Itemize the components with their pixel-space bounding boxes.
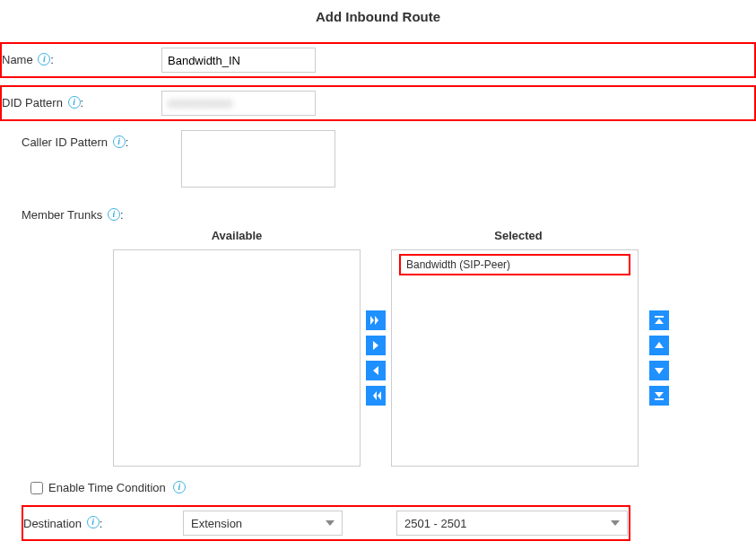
page-title: Add Inbound Route bbox=[0, 9, 756, 24]
destination-label: Destination i: bbox=[23, 517, 183, 530]
selected-listbox[interactable]: Bandwidth (SIP-Peer) bbox=[391, 249, 639, 467]
move-down-button[interactable] bbox=[649, 361, 669, 380]
chevron-down-icon bbox=[611, 520, 620, 526]
remove-all-button[interactable] bbox=[366, 386, 386, 406]
destination-type-select[interactable]: Extension bbox=[183, 511, 343, 536]
info-icon[interactable]: i bbox=[113, 135, 126, 148]
info-icon[interactable]: i bbox=[68, 96, 81, 109]
move-bottom-button[interactable] bbox=[649, 386, 669, 406]
add-all-button[interactable] bbox=[366, 310, 386, 330]
cid-row: Caller ID Pattern i: bbox=[0, 130, 756, 190]
add-button[interactable] bbox=[366, 336, 386, 355]
move-up-button[interactable] bbox=[649, 336, 669, 355]
info-icon[interactable]: i bbox=[173, 481, 186, 493]
available-listbox[interactable] bbox=[113, 249, 361, 467]
cid-input[interactable] bbox=[181, 130, 335, 188]
info-icon[interactable]: i bbox=[87, 516, 100, 528]
available-title: Available bbox=[113, 229, 361, 249]
info-icon[interactable]: i bbox=[38, 53, 50, 65]
remove-button[interactable] bbox=[366, 361, 386, 380]
time-condition-row: Enable Time Condition i bbox=[30, 481, 756, 494]
selected-title: Selected bbox=[395, 229, 642, 249]
name-row: Name i: bbox=[0, 42, 756, 78]
time-condition-checkbox[interactable] bbox=[30, 482, 43, 494]
svg-rect-0 bbox=[655, 316, 664, 318]
did-label: DID Pattern i: bbox=[2, 91, 161, 109]
chevron-down-icon bbox=[326, 520, 335, 526]
info-icon[interactable]: i bbox=[108, 208, 120, 221]
name-label: Name i: bbox=[2, 48, 161, 66]
move-top-button[interactable] bbox=[649, 310, 669, 330]
did-input[interactable]: 0000000000 bbox=[161, 91, 316, 116]
destination-row: Destination i: Extension 2501 - 2501 bbox=[22, 505, 630, 541]
ordering-buttons bbox=[644, 310, 674, 406]
time-condition-label: Enable Time Condition bbox=[48, 481, 166, 494]
svg-rect-1 bbox=[655, 398, 664, 400]
members-label: Member Trunks i: bbox=[22, 203, 181, 222]
transfer-buttons bbox=[361, 310, 391, 406]
member-trunks-area: Available Selected Bandwidth (SIP-Peer) bbox=[0, 229, 756, 467]
name-input[interactable] bbox=[161, 48, 316, 73]
cid-label: Caller ID Pattern i: bbox=[22, 130, 181, 149]
destination-target-select[interactable]: 2501 - 2501 bbox=[396, 511, 628, 536]
members-row: Member Trunks i: bbox=[0, 203, 756, 222]
did-row: DID Pattern i: 0000000000 bbox=[0, 85, 756, 121]
list-item[interactable]: Bandwidth (SIP-Peer) bbox=[399, 254, 630, 275]
